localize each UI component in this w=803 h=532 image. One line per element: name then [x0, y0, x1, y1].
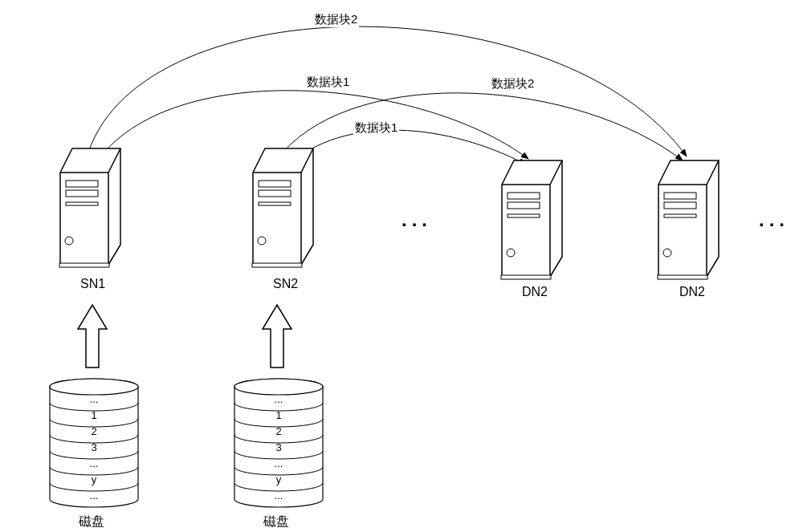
svg-point-23 [234, 379, 323, 395]
flow-label-1: 数据块2 [313, 12, 359, 27]
disk-cylinder-icon: ... 1 2 3 ... y ... [48, 377, 141, 510]
disk-row: ... [275, 489, 283, 502]
server-tower-icon [56, 144, 124, 269]
flow-label-3: 数据块2 [490, 76, 536, 91]
server-label-sn2: SN2 [273, 277, 298, 291]
arrow-up-icon [261, 303, 293, 372]
disk-row: 3 [91, 441, 96, 453]
ellipsis-1: ... [402, 209, 432, 231]
disk-row: 2 [275, 425, 281, 437]
disk-1: ... 1 2 3 ... y ... [48, 377, 145, 510]
disk-row: 2 [91, 425, 96, 437]
disk-row: 1 [91, 409, 96, 421]
flow-label-2: 数据块1 [305, 75, 351, 90]
disk-2: ... 1 2 3 ... y ... [233, 377, 329, 510]
server-sn1 [56, 144, 124, 269]
server-label-sn1: SN1 [80, 277, 105, 291]
disk-row: ... [90, 457, 99, 469]
arrow-up-icon [76, 303, 108, 372]
server-dn2a [498, 156, 566, 281]
up-arrow-1 [76, 303, 108, 372]
disk-row: 3 [275, 441, 281, 453]
svg-rect-4 [59, 263, 109, 267]
server-tower-icon [249, 144, 317, 269]
server-label-dn2a: DN2 [522, 285, 548, 299]
ellipsis-2: ... [759, 209, 789, 231]
disk-row: ... [90, 489, 99, 502]
disk-cylinder-icon: ... 1 2 3 ... y ... [233, 377, 325, 510]
svg-rect-19 [658, 275, 707, 279]
disk-row: y [92, 473, 97, 485]
flow-label-4: 数据块1 [353, 120, 399, 136]
disk-row: ... [90, 393, 99, 405]
server-dn2b [654, 156, 723, 281]
svg-point-21 [50, 379, 138, 395]
disk-label-1: 磁盘 [79, 514, 104, 530]
disk-row: y [276, 473, 282, 485]
svg-rect-9 [252, 263, 302, 267]
server-label-dn2b: DN2 [679, 285, 705, 299]
disk-row: ... [275, 457, 283, 469]
server-sn2 [249, 144, 317, 269]
server-tower-icon [498, 156, 566, 281]
svg-rect-14 [501, 275, 551, 279]
disk-row: 1 [275, 409, 281, 421]
disk-label-2: 磁盘 [263, 514, 289, 530]
up-arrow-2 [261, 303, 293, 372]
disk-row: ... [275, 393, 283, 405]
server-tower-icon [654, 156, 723, 281]
